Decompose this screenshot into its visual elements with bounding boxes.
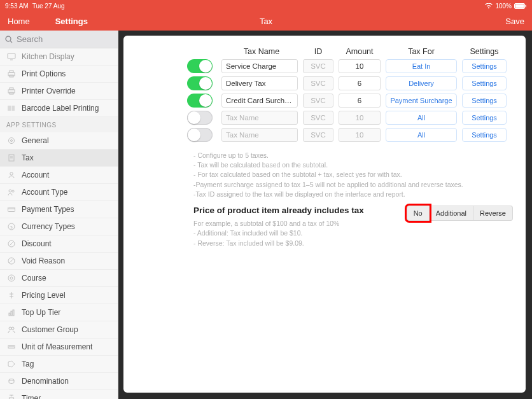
pricing-icon <box>6 290 17 300</box>
svg-point-18 <box>9 138 15 144</box>
barcode-icon <box>6 103 17 113</box>
tax-for-button[interactable]: All <box>386 128 457 142</box>
printer-icon <box>6 69 17 79</box>
nav-settings[interactable]: Settings <box>55 17 88 26</box>
sidebar-item-denomination[interactable]: Denomination <box>0 373 118 390</box>
sidebar-list[interactable]: Kitchen Display Print Options Printer Ov… <box>0 48 118 399</box>
group-icon <box>6 325 17 335</box>
sidebar-item-top-up-tier[interactable]: Top Up Tier <box>0 304 118 321</box>
tax-amount-input[interactable] <box>339 111 381 125</box>
sidebar-item-label: Account <box>22 171 49 179</box>
sidebar-item-customer-group[interactable]: Customer Group <box>0 321 118 339</box>
status-time: 9:53 AM <box>5 3 29 10</box>
sidebar-item-currency-types[interactable]: $ Currency Types <box>0 218 118 235</box>
tax-toggle[interactable] <box>187 59 213 73</box>
tax-for-button[interactable]: Delivery <box>386 76 457 90</box>
svg-line-31 <box>10 242 13 246</box>
svg-point-39 <box>9 327 11 330</box>
tax-toggle[interactable] <box>187 128 213 142</box>
sidebar-item-label: Unit of Measurement <box>22 342 92 351</box>
tax-toggle[interactable] <box>187 76 213 90</box>
tax-settings-button[interactable]: Settings <box>462 59 507 73</box>
svg-point-19 <box>11 140 13 142</box>
main-panel: Tax Name ID Amount Tax For Settings Eat … <box>123 36 526 393</box>
tax-id-input[interactable] <box>303 76 333 90</box>
tax-id-input[interactable] <box>303 111 333 125</box>
void-icon <box>6 256 17 266</box>
tax-for-button[interactable]: Payment Surcharge <box>386 94 457 108</box>
tax-toggle[interactable] <box>187 94 213 108</box>
sidebar-item-uom[interactable]: Unit of Measurement <box>0 339 118 356</box>
svg-line-4 <box>10 41 12 43</box>
sidebar-item-kitchen-display[interactable]: Kitchen Display <box>0 48 118 66</box>
sidebar-item-label: Top Up Tier <box>22 308 60 317</box>
sidebar-item-printer-override[interactable]: Printer Override <box>0 83 118 100</box>
sidebar-section-header: APP SETTINGS <box>0 117 118 132</box>
nav-home[interactable]: Home <box>8 17 30 26</box>
sidebar-item-tag[interactable]: Tag <box>0 356 118 373</box>
tax-amount-input[interactable] <box>339 94 381 108</box>
nav-save-button[interactable]: Save <box>505 17 524 26</box>
tax-table: Tax Name ID Amount Tax For Settings Eat … <box>187 47 513 142</box>
sidebar-item-label: Account Type <box>22 188 68 197</box>
include-tax-title: Price of product item already includes t… <box>193 206 395 215</box>
include-tax-example: For example, a subtotal of $100 and a ta… <box>193 219 395 248</box>
tax-id-input[interactable] <box>303 128 333 142</box>
sidebar-item-account[interactable]: Account <box>0 167 118 184</box>
col-tax-name: Tax Name <box>221 47 298 56</box>
sidebar-item-account-type[interactable]: Account Type <box>0 184 118 201</box>
status-battery-pct: 100% <box>495 3 512 10</box>
tax-settings-button[interactable]: Settings <box>462 111 507 125</box>
svg-rect-8 <box>10 71 13 73</box>
note-line: - Tax will be calculated based on the su… <box>193 160 513 170</box>
nav-bar: Home Settings Tax Save <box>0 11 532 31</box>
tax-amount-input[interactable] <box>339 76 381 90</box>
search-placeholder: Search <box>17 34 43 44</box>
sidebar-item-print-options[interactable]: Print Options <box>0 66 118 83</box>
sidebar-item-label: Course <box>22 274 46 283</box>
monitor-icon <box>6 52 17 62</box>
search-input[interactable]: Search <box>0 31 118 48</box>
coins-icon <box>6 376 17 386</box>
nav-title: Tax <box>260 17 272 26</box>
sidebar-item-barcode-label[interactable]: Barcode Label Printing <box>0 100 118 117</box>
tax-for-button[interactable]: All <box>386 111 457 125</box>
tax-settings-button[interactable]: Settings <box>462 94 507 108</box>
svg-text:$: $ <box>10 225 13 229</box>
seg-no[interactable]: No <box>407 206 430 221</box>
currency-icon: $ <box>6 221 17 232</box>
sidebar-item-course[interactable]: Course <box>0 270 118 287</box>
tax-amount-input[interactable] <box>339 59 381 73</box>
sidebar-item-label: General <box>22 136 49 145</box>
tax-name-input[interactable] <box>221 59 298 73</box>
svg-point-35 <box>10 277 13 279</box>
tax-toggle[interactable] <box>187 111 213 125</box>
table-row: All Settings <box>187 111 513 125</box>
tax-amount-input[interactable] <box>339 128 381 142</box>
sidebar-item-void-reason[interactable]: Void Reason <box>0 253 118 270</box>
users-icon <box>6 187 17 197</box>
sidebar-item-tax[interactable]: Tax <box>0 150 118 167</box>
tax-id-input[interactable] <box>303 94 333 108</box>
tax-id-input[interactable] <box>303 59 333 73</box>
card-icon <box>6 204 17 214</box>
seg-reverse[interactable]: Reverse <box>473 206 513 221</box>
sidebar-item-label: Printer Override <box>22 87 76 95</box>
tax-settings-button[interactable]: Settings <box>462 128 507 142</box>
sidebar-item-payment-types[interactable]: Payment Types <box>0 201 118 218</box>
tax-settings-button[interactable]: Settings <box>462 76 507 90</box>
sidebar-item-pricing-level[interactable]: Pricing Level <box>0 287 118 304</box>
user-icon <box>6 170 17 180</box>
tax-name-input[interactable] <box>221 94 298 108</box>
seg-additional[interactable]: Additional <box>430 206 473 221</box>
sidebar: Search Kitchen Display Print Options Pri… <box>0 31 118 399</box>
sidebar-item-discount[interactable]: Discount <box>0 235 118 253</box>
sidebar-item-general[interactable]: General <box>0 132 118 150</box>
course-icon <box>6 273 17 283</box>
tax-for-button[interactable]: Eat In <box>386 59 457 73</box>
svg-rect-2 <box>526 4 527 7</box>
tax-name-input[interactable] <box>221 111 298 125</box>
sidebar-item-timer[interactable]: Timer <box>0 390 118 399</box>
tax-name-input[interactable] <box>221 128 298 142</box>
tax-name-input[interactable] <box>221 76 298 90</box>
